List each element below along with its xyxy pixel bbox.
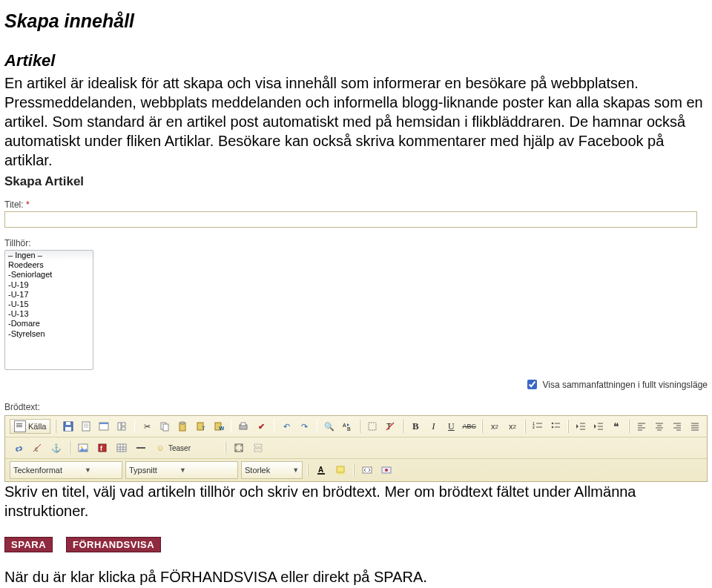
svg-text:A: A (318, 466, 323, 474)
svg-rect-1 (65, 427, 71, 431)
svg-point-56 (81, 446, 83, 449)
teaser-icon[interactable]: Teaser (171, 440, 188, 456)
source-button[interactable]: Källa (10, 419, 50, 434)
action-buttons: SPARA FÖRHANDSVISA (4, 537, 708, 552)
paste-icon[interactable] (175, 418, 190, 435)
svg-text:B: B (347, 426, 351, 432)
outdent-icon[interactable] (573, 418, 588, 435)
tillhor-option[interactable]: Roedeers (5, 260, 93, 270)
size-select[interactable]: Storlek▼ (241, 461, 303, 479)
blockquote-icon[interactable]: ❝ (609, 418, 624, 435)
closing-note: När du är klar klicka på FÖRHANDSVISA el… (4, 569, 708, 586)
indent-icon[interactable] (591, 418, 606, 435)
redo-icon[interactable]: ↷ (297, 418, 312, 435)
align-right-icon[interactable] (670, 418, 685, 435)
italic-icon[interactable]: I (426, 418, 441, 435)
source-icon (14, 420, 26, 432)
image-icon[interactable] (75, 440, 91, 456)
replace-icon[interactable]: AB (340, 418, 355, 435)
hr-icon[interactable] (133, 440, 149, 456)
svg-rect-21 (369, 423, 376, 430)
svg-rect-59 (117, 444, 126, 452)
tillhor-label: Tillhör: (4, 238, 708, 248)
strike-icon[interactable]: ABC (461, 418, 477, 435)
svg-rect-6 (118, 423, 121, 430)
undo-icon[interactable]: ↶ (279, 418, 294, 435)
table-icon[interactable] (113, 440, 130, 456)
showblocks-icon[interactable] (250, 440, 266, 456)
embed2-icon[interactable] (378, 462, 395, 478)
svg-rect-70 (337, 466, 344, 472)
align-center-icon[interactable] (652, 418, 667, 435)
removeformat-icon[interactable]: T (383, 418, 398, 435)
svg-rect-10 (163, 424, 168, 431)
svg-text:2: 2 (533, 425, 535, 429)
save-icon[interactable] (61, 418, 76, 435)
svg-point-28 (552, 423, 554, 425)
underline-icon[interactable]: U (444, 418, 458, 435)
svg-point-29 (552, 426, 554, 429)
summary-checkbox[interactable] (527, 380, 537, 389)
smiley-icon[interactable]: ☺ (152, 440, 168, 456)
newpage-icon[interactable] (79, 418, 93, 435)
svg-rect-71 (337, 473, 344, 475)
paste-word-icon[interactable]: W (211, 418, 226, 435)
intro-paragraph: En artikel är idealisk för att skapa och… (4, 73, 708, 170)
svg-point-74 (385, 469, 388, 472)
instructions: Skriv en titel, välj vad artikeln tillhö… (4, 482, 708, 521)
save-button[interactable]: SPARA (4, 537, 53, 552)
tillhor-option[interactable]: -Seniorlaget (5, 270, 93, 280)
anchor-icon[interactable]: ⚓ (48, 440, 65, 456)
superscript-icon[interactable]: x2 (505, 418, 520, 435)
tillhor-option[interactable]: -U-19 (5, 280, 93, 290)
section-title: Artikel (4, 51, 708, 70)
maximize-icon[interactable] (231, 440, 247, 456)
create-article-form: Skapa Artikel Titel: * Tillhör: – Ingen … (4, 174, 708, 482)
templates-icon[interactable] (114, 418, 129, 435)
svg-rect-2 (66, 422, 70, 425)
tillhor-option[interactable]: -Styrelsen (5, 329, 93, 339)
editor-toolbar: Källa ✂ T W ✔ ↶ ↷ 🔍 AB T B (4, 415, 708, 482)
page-title: Skapa innehåll (4, 10, 708, 32)
numberlist-icon[interactable]: 12 (530, 418, 545, 435)
align-justify-icon[interactable] (688, 418, 702, 435)
format-select[interactable]: Teckenformat▼ (10, 461, 122, 479)
titel-input[interactable] (4, 211, 697, 228)
selectall-icon[interactable] (365, 418, 380, 435)
spellcheck-icon[interactable]: ✔ (254, 418, 269, 435)
find-icon[interactable]: 🔍 (322, 418, 337, 435)
brodtext-label: Brödtext: (4, 402, 708, 412)
font-select[interactable]: Typsnitt▼ (125, 461, 238, 479)
tillhor-option[interactable]: – Ingen – (5, 251, 93, 260)
form-title: Skapa Artikel (4, 174, 708, 189)
svg-rect-5 (99, 423, 108, 424)
align-left-icon[interactable] (634, 418, 649, 435)
svg-text:A: A (343, 423, 346, 428)
preview-button[interactable]: FÖRHANDSVISA (66, 537, 161, 552)
subscript-icon[interactable]: x2 (487, 418, 502, 435)
svg-text:W: W (219, 425, 224, 432)
bgcolor-icon[interactable] (332, 462, 349, 478)
required-star: * (26, 199, 30, 210)
svg-rect-18 (241, 423, 245, 426)
tillhor-option[interactable]: -U-15 (5, 300, 93, 309)
link-icon[interactable] (10, 440, 26, 456)
summary-checkbox-label[interactable]: Visa sammanfattningen i fullt visningslä… (524, 377, 708, 392)
tillhor-listbox[interactable]: – Ingen –Roedeers-Seniorlaget-U-19-U-17-… (4, 250, 93, 370)
copy-icon[interactable] (157, 418, 172, 435)
preview-icon[interactable] (96, 418, 111, 435)
svg-rect-12 (181, 422, 184, 424)
unlink-icon[interactable] (29, 440, 45, 456)
bulletlist-icon[interactable] (548, 418, 563, 435)
tillhor-option[interactable]: -U-13 (5, 309, 93, 319)
svg-rect-69 (317, 473, 325, 475)
paste-text-icon[interactable]: T (194, 418, 208, 435)
embed-icon[interactable] (359, 462, 375, 478)
cut-icon[interactable]: ✂ (139, 418, 154, 435)
tillhor-option[interactable]: -Domare (5, 319, 93, 328)
bold-icon[interactable]: B (408, 418, 423, 435)
textcolor-icon[interactable]: A (313, 462, 329, 478)
tillhor-option[interactable]: -U-17 (5, 290, 93, 300)
print-icon[interactable] (236, 418, 251, 435)
flash-icon[interactable]: f (94, 440, 111, 456)
